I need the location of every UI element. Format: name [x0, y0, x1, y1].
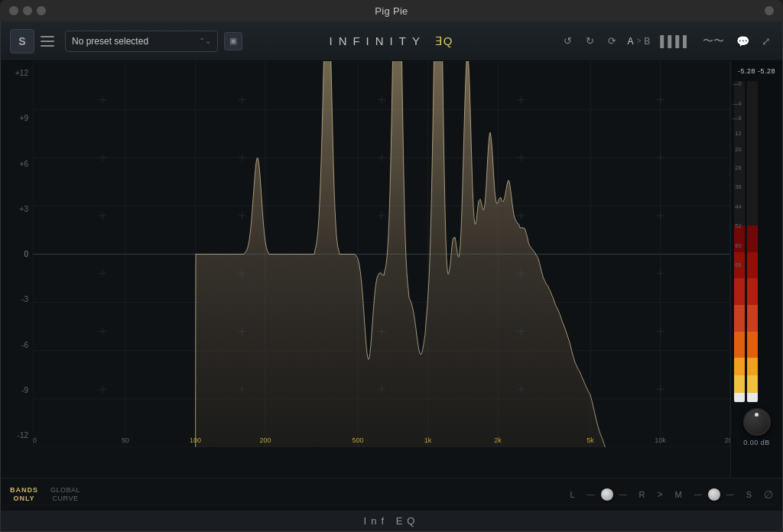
eq-display[interactable]: +12 +9 +6 +3 0 -3 -6 -9 -12 — [1, 61, 730, 478]
vu-scale-52: 52 — [733, 223, 742, 229]
ms-dash-1: — — [694, 490, 702, 498]
ms-knob[interactable] — [708, 488, 720, 501]
only-label: ONLY — [13, 495, 34, 502]
vu-bar-right — [747, 81, 758, 402]
y-label-9: +9 — [1, 114, 33, 122]
preset-selector[interactable]: No preset selected ⌃⌄ — [65, 31, 218, 52]
lr-ms-group: L — — R > M — — S ∅ — [570, 488, 773, 501]
vu-peak-left: -5.28 — [738, 67, 755, 75]
toolbar-center: INFINITY ƎQ — [329, 34, 453, 48]
undo-button[interactable]: ↺ — [560, 34, 575, 48]
y-label-neg3: -3 — [1, 295, 33, 303]
spectrum-bars-button[interactable]: ▌▌▌▌ — [658, 35, 693, 47]
redo-button[interactable]: ↻ — [583, 34, 597, 48]
vu-scale-36: 36 — [733, 184, 742, 190]
ab-a-button[interactable]: A — [627, 36, 633, 47]
lr-dash-2: — — [619, 490, 627, 498]
vu-peak-right: -5.28 — [758, 67, 775, 75]
ab-group: A > B — [627, 36, 650, 47]
y-label-6: +6 — [1, 160, 33, 168]
ab-arrow-icon: > — [636, 37, 641, 45]
close-btn[interactable] — [9, 6, 18, 15]
vu-scale-60: 60 — [733, 243, 742, 249]
expand-button[interactable]: ⤢ — [759, 35, 773, 47]
bands-only-control[interactable]: BANDS ONLY — [10, 486, 38, 502]
chat-button[interactable]: 💬 — [734, 35, 752, 47]
global-curve-control[interactable]: GLOBAL CURVE — [50, 486, 80, 502]
spectrum-area — [33, 61, 730, 447]
save-icon: ▣ — [229, 36, 237, 46]
vu-scale-8: —8 — [733, 115, 742, 122]
minimize-btn[interactable] — [23, 6, 32, 15]
vu-meter-body: —0 —4 —8 12 20 28 36 44 52 60 68 — [734, 81, 779, 408]
vu-scale-labels: —0 —4 —8 12 20 28 36 44 52 60 68 — [733, 81, 742, 282]
plugin-container: S No preset selected ⌃⌄ ▣ INFINITY ƎQ ↺ … — [0, 21, 783, 532]
maximize-btn[interactable] — [37, 6, 46, 15]
m-label: M — [674, 490, 681, 499]
plugin-footer-name: Inf EQ — [364, 515, 420, 527]
lr-dash-1: — — [587, 490, 595, 498]
vu-scale-20: 20 — [733, 147, 742, 153]
vu-power-knob[interactable] — [743, 408, 771, 436]
window-right-btn[interactable] — [765, 6, 774, 15]
vu-peak-labels: -5.28 -5.28 — [738, 67, 775, 78]
y-label-12: +12 — [1, 69, 33, 77]
vu-meter: -5.28 -5.28 —0 —4 —8 12 20 28 36 44 52 6… — [730, 61, 782, 478]
preset-name: No preset selected — [72, 36, 196, 47]
lr-ms-arrow[interactable]: > — [657, 489, 662, 500]
s-label: S — [746, 490, 752, 499]
vu-db-value: 0.00 dB — [743, 439, 770, 446]
main-content: +12 +9 +6 +3 0 -3 -6 -9 -12 - — [1, 61, 782, 478]
vu-scale-4: —4 — [733, 101, 742, 107]
title-bar: Pig Pie — [0, 0, 783, 21]
plugin-footer: Inf EQ — [1, 510, 782, 531]
vu-scale-0: —0 — [733, 81, 742, 87]
toolbar-right: ↺ ↻ ⟳ A > B ▌▌▌▌ 〜〜 💬 ⤢ — [560, 34, 773, 48]
curve-label: CURVE — [53, 495, 79, 502]
toolbar: S No preset selected ⌃⌄ ▣ INFINITY ƎQ ↺ … — [1, 21, 782, 61]
null-icon[interactable]: ∅ — [764, 488, 773, 501]
vu-scale-44: 44 — [733, 204, 742, 210]
lr-knob[interactable] — [601, 488, 613, 501]
global-label: GLOBAL — [50, 486, 80, 494]
window-controls — [9, 6, 46, 15]
r-label: R — [639, 490, 645, 499]
power-dot-icon — [755, 413, 759, 417]
bottom-bar: BANDS ONLY GLOBAL CURVE L — — R > M — — … — [1, 478, 782, 510]
save-button[interactable]: ▣ — [224, 32, 242, 50]
ab-b-button[interactable]: B — [644, 36, 650, 47]
window-title: Pig Pie — [375, 5, 408, 17]
y-label-0: 0 — [1, 250, 33, 258]
y-label-neg9: -9 — [1, 386, 33, 394]
toolbar-left: S No preset selected ⌃⌄ ▣ — [10, 29, 242, 54]
l-label: L — [570, 490, 574, 499]
wave-button[interactable]: 〜〜 — [700, 34, 726, 48]
vu-scale-68: 68 — [733, 262, 742, 268]
vu-scale-12: 12 — [733, 131, 742, 137]
y-label-neg6: -6 — [1, 341, 33, 349]
ms-dash-2: — — [726, 490, 734, 498]
logo-button[interactable]: S — [10, 29, 34, 54]
plugin-logo: INFINITY ƎQ — [329, 34, 453, 48]
spectrum-canvas — [33, 61, 730, 447]
loop-button[interactable]: ⟳ — [605, 34, 619, 48]
vu-knob-area: 0.00 dB — [743, 408, 771, 446]
y-label-3: +3 — [1, 205, 33, 213]
menu-button[interactable] — [41, 32, 59, 50]
y-axis-labels: +12 +9 +6 +3 0 -3 -6 -9 -12 — [1, 61, 33, 478]
y-label-neg12: -12 — [1, 431, 33, 440]
vu-scale-28: 28 — [733, 165, 742, 171]
preset-chevron-icon: ⌃⌄ — [199, 37, 211, 45]
bands-label: BANDS — [10, 486, 38, 494]
